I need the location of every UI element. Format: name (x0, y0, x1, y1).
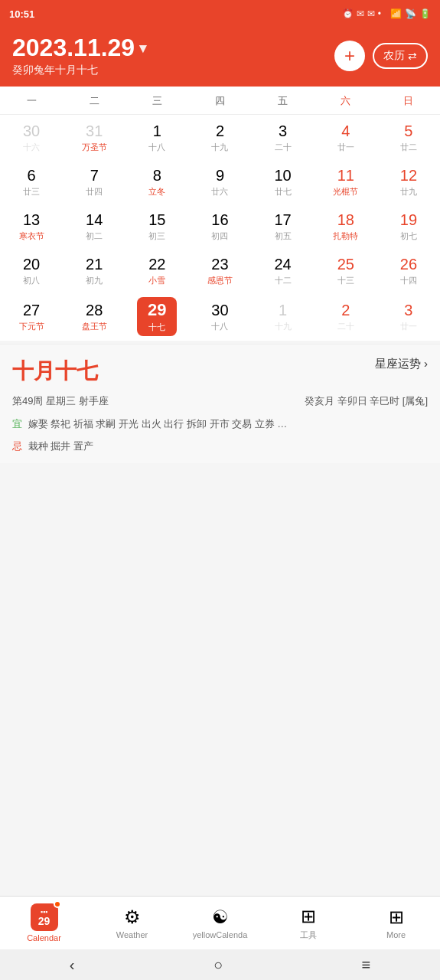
day-num: 22 (148, 255, 165, 273)
day-cell[interactable]: 15初三 (125, 204, 188, 248)
nav-item-yellowcalendar[interactable]: ☯ yellowCalenda (176, 902, 264, 944)
day-cell[interactable]: 24十二 (252, 248, 315, 292)
nav-item-tools[interactable]: ⊞ 工具 (264, 901, 352, 946)
day-sub: 立冬 (148, 186, 165, 198)
day-cell[interactable]: 10廿七 (252, 159, 315, 204)
weather-nav-icon: ⚙ (124, 906, 141, 928)
day-sub: 感恩节 (207, 275, 233, 286)
auspicious-ji: 忌 栽种 掘井 置产 (12, 437, 428, 455)
day-sub: 十六 (23, 142, 40, 153)
day-meta: 第49周 星期三 射手座 癸亥月 辛卯日 辛巳时 [属兔] (12, 392, 428, 410)
day-cell[interactable]: 9廿六 (188, 159, 251, 204)
day-num: 27 (23, 301, 40, 319)
nav-item-calendar[interactable]: ▪▪▪ 29 Calendar (0, 899, 88, 947)
weekday-thu: 四 (188, 91, 251, 111)
add-event-button[interactable]: + (334, 41, 365, 71)
weekday-fri: 五 (252, 91, 315, 111)
day-cell[interactable]: 5廿二 (377, 115, 440, 159)
more-nav-icon: ⊞ (389, 906, 404, 928)
day-cell[interactable]: 12廿九 (377, 159, 440, 204)
day-cell[interactable]: 28盘王节 (63, 292, 125, 341)
weekday-mon: 一 (0, 91, 63, 111)
day-meta-row: 第49周 星期三 射手座 癸亥月 辛卯日 辛巳时 [属兔] (12, 392, 428, 410)
day-cell[interactable]: 1十九 (252, 292, 315, 341)
day-cell[interactable]: 29十七 (125, 292, 188, 341)
day-num: 21 (86, 255, 103, 273)
day-meta-lunar: 癸亥月 辛卯日 辛巳时 [属兔] (305, 392, 428, 410)
nav-label-more: More (386, 930, 406, 939)
day-cell[interactable]: 16初四 (188, 204, 251, 248)
day-cell[interactable]: 18扎勒特 (315, 204, 377, 248)
day-meta-week: 第49周 星期三 射手座 (12, 392, 109, 410)
day-num: 3 (279, 122, 287, 140)
day-sub: 廿三 (23, 186, 40, 198)
calendar-header: 2023.11.29 ▾ 癸卯兔年十月十七 + 农历 ⇄ (0, 28, 440, 87)
day-cell[interactable]: 21初九 (63, 248, 125, 292)
horoscope-link[interactable]: 星座运势 › (375, 357, 428, 371)
day-cell[interactable]: 31万圣节 (63, 115, 125, 159)
nav-item-more[interactable]: ⊞ More (352, 902, 440, 944)
day-cell[interactable]: 30十六 (0, 115, 63, 159)
day-sub: 廿一 (337, 142, 354, 153)
day-cell[interactable]: 2十九 (188, 115, 251, 159)
day-num: 13 (23, 211, 40, 229)
day-cell[interactable]: 2二十 (315, 292, 377, 341)
back-button[interactable]: ‹ (70, 956, 75, 974)
day-sub: 十八 (211, 321, 228, 332)
day-cell[interactable]: 7廿四 (63, 159, 125, 204)
day-cell[interactable]: 3二十 (252, 115, 315, 159)
weekday-sun: 日 (377, 91, 440, 111)
day-num: 7 (90, 166, 99, 185)
day-sub: 寒衣节 (19, 230, 44, 242)
day-cell[interactable]: 26十四 (377, 248, 440, 292)
day-num: 23 (211, 255, 228, 273)
day-cell[interactable]: 3廿一 (377, 292, 440, 341)
day-cell[interactable]: 11光棍节 (315, 159, 377, 204)
day-cell[interactable]: 19初七 (377, 204, 440, 248)
day-num: 17 (275, 211, 292, 229)
day-sub: 廿四 (86, 186, 103, 198)
recents-button[interactable]: ≡ (362, 956, 371, 974)
today-highlight: 29十七 (137, 297, 177, 336)
nav-item-weather[interactable]: ⚙ Weather (88, 902, 176, 944)
day-cell[interactable]: 8立冬 (125, 159, 188, 204)
day-sub: 二十 (337, 321, 354, 332)
day-num: 4 (341, 122, 350, 140)
day-sub: 二十 (275, 142, 292, 153)
ji-label: 忌 (12, 440, 22, 452)
day-num: 30 (23, 122, 40, 140)
yi-label: 宜 (12, 418, 22, 430)
lunar-switch-button[interactable]: 农历 ⇄ (373, 43, 428, 69)
day-sub: 小雪 (148, 275, 165, 286)
day-sub: 廿二 (400, 142, 417, 153)
day-sub: 初七 (400, 230, 417, 242)
day-sub: 初五 (275, 230, 292, 242)
day-cell[interactable]: 4廿一 (315, 115, 377, 159)
selected-day-header: 十月十七 星座运势 › (12, 357, 428, 386)
tools-nav-icon: ⊞ (301, 906, 316, 927)
day-cell[interactable]: 27下元节 (0, 292, 63, 341)
lunar-switch-label: 农历 (383, 49, 405, 63)
weekday-sat: 六 (315, 91, 377, 111)
nav-label-calendar: Calendar (27, 933, 61, 942)
home-button[interactable]: ○ (213, 956, 223, 974)
day-cell[interactable]: 6廿三 (0, 159, 63, 204)
day-sub: 盘王节 (82, 321, 107, 332)
day-cell[interactable]: 20初八 (0, 248, 63, 292)
day-cell[interactable]: 17初五 (252, 204, 315, 248)
day-cell[interactable]: 25十三 (315, 248, 377, 292)
day-sub: 初二 (86, 230, 103, 242)
date-dropdown-arrow[interactable]: ▾ (139, 40, 146, 57)
day-cell[interactable]: 1十八 (125, 115, 188, 159)
header-date[interactable]: 2023.11.29 ▾ (12, 34, 146, 62)
header-actions: + 农历 ⇄ (334, 41, 428, 71)
day-num: 1 (153, 122, 161, 140)
day-sub: 光棍节 (333, 186, 358, 198)
day-cell[interactable]: 30十八 (188, 292, 251, 341)
day-cell[interactable]: 22小雪 (125, 248, 188, 292)
day-cell[interactable]: 23感恩节 (188, 248, 251, 292)
dot-icon: • (378, 8, 381, 19)
day-sub: 十二 (275, 275, 292, 286)
day-cell[interactable]: 13寒衣节 (0, 204, 63, 248)
day-cell[interactable]: 14初二 (63, 204, 125, 248)
